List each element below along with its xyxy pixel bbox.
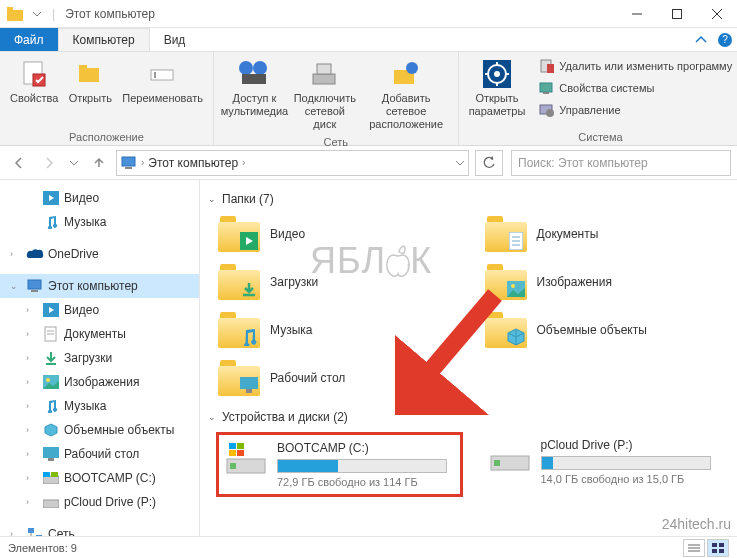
media-icon (238, 58, 270, 90)
uninstall-button[interactable]: Удалить или изменить программу (535, 56, 736, 76)
svg-rect-16 (317, 64, 331, 74)
tab-computer[interactable]: Компьютер (58, 28, 150, 51)
drive-status: 72,9 ГБ свободно из 114 ГБ (277, 476, 454, 488)
sidebar-item-pc-video[interactable]: ›Видео (0, 298, 199, 322)
folder-item[interactable]: Рабочий стол (216, 358, 463, 398)
minimize-button[interactable] (617, 0, 657, 28)
drives-section-header[interactable]: ⌄ Устройства и диски (2) (208, 410, 729, 424)
manage-label: Управление (559, 104, 620, 116)
svg-rect-32 (122, 157, 135, 166)
properties-button[interactable]: Свойства (6, 56, 62, 107)
maximize-button[interactable] (657, 0, 697, 28)
open-button[interactable]: Открыть (64, 56, 116, 107)
network-icon (26, 525, 44, 536)
folder-item[interactable]: Объемные объекты (483, 310, 730, 350)
svg-rect-49 (43, 472, 50, 477)
manage-button[interactable]: Управление (535, 100, 736, 120)
sidebar-item-pc-downloads[interactable]: ›Загрузки (0, 346, 199, 370)
folder-label: Загрузки (270, 275, 318, 289)
svg-rect-51 (43, 500, 59, 508)
properties-label: Свойства (10, 92, 58, 105)
svg-rect-68 (230, 463, 236, 469)
tab-view[interactable]: Вид (150, 28, 200, 51)
up-button[interactable] (86, 150, 112, 176)
qat-dropdown-icon[interactable] (28, 5, 46, 23)
svg-rect-36 (28, 280, 41, 289)
svg-rect-29 (543, 92, 549, 94)
svg-rect-81 (719, 549, 724, 553)
drive-usage-bar (277, 459, 447, 473)
breadcrumb-sep[interactable]: › (242, 157, 245, 168)
folder-label: Документы (537, 227, 599, 241)
add-network-button[interactable]: Добавить сетевое расположение (361, 56, 452, 134)
sidebar-item-pc-desktop[interactable]: ›Рабочий стол (0, 442, 199, 466)
breadcrumb[interactable]: Этот компьютер (148, 156, 238, 170)
address-dropdown-icon[interactable] (456, 159, 464, 167)
manage-icon (539, 102, 555, 118)
breadcrumb-sep: › (141, 157, 144, 168)
sidebar-item-pc-bootcamp[interactable]: ›BOOTCAMP (C:) (0, 466, 199, 490)
ribbon-group-network-label: Сеть (220, 134, 452, 148)
drives-header-label: Устройства и диски (2) (222, 410, 348, 424)
media-access-button[interactable]: Доступ к мультимедиа (220, 56, 289, 120)
drive-item[interactable]: pCloud Drive (P:)14,0 ГБ свободно из 15,… (483, 432, 730, 497)
sidebar-item-onedrive[interactable]: ›OneDrive (0, 242, 199, 266)
svg-rect-8 (79, 68, 99, 82)
pc-icon (26, 277, 44, 295)
onedrive-icon (26, 245, 44, 263)
ribbon-group-system: Открыть параметры Удалить или изменить п… (459, 52, 737, 145)
titlebar: | Этот компьютер (0, 0, 737, 28)
history-dropdown[interactable] (66, 150, 82, 176)
svg-rect-74 (494, 460, 500, 466)
details-view-button[interactable] (683, 539, 705, 557)
sidebar-item-network[interactable]: ›Сеть (0, 522, 199, 536)
open-label: Открыть (69, 92, 112, 105)
pc-icon (121, 155, 137, 171)
folder-item[interactable]: Документы (483, 214, 730, 254)
svg-rect-0 (7, 10, 23, 21)
help-button[interactable]: ? (713, 28, 737, 51)
folder-item[interactable]: Музыка (216, 310, 463, 350)
settings-icon (481, 58, 513, 90)
map-drive-button[interactable]: Подключить сетевой диск (291, 56, 359, 134)
search-input[interactable]: Поиск: Этот компьютер (511, 150, 731, 176)
svg-rect-65 (240, 377, 258, 389)
rename-button[interactable]: Переименовать (118, 56, 207, 107)
svg-rect-14 (242, 74, 266, 84)
folder-item[interactable]: Загрузки (216, 262, 463, 302)
open-settings-button[interactable]: Открыть параметры (465, 56, 530, 120)
sidebar-item-music[interactable]: Музыка (0, 210, 199, 234)
folder-item[interactable]: Видео (216, 214, 463, 254)
sidebar-item-video[interactable]: Видео (0, 186, 199, 210)
ribbon-tabs: Файл Компьютер Вид ? (0, 28, 737, 52)
system-properties-button[interactable]: Свойства системы (535, 78, 736, 98)
svg-rect-72 (237, 450, 244, 456)
window-title: Этот компьютер (65, 7, 155, 21)
3d-icon (42, 421, 60, 439)
drive-usage-bar (541, 456, 711, 470)
sidebar-item-pc-documents[interactable]: ›Документы (0, 322, 199, 346)
sidebar-item-pc-music[interactable]: ›Музыка (0, 394, 199, 418)
folder-item[interactable]: Изображения (483, 262, 730, 302)
sidebar-item-pc-pcloud[interactable]: ›pCloud Drive (P:) (0, 490, 199, 514)
rename-label: Переименовать (122, 92, 203, 105)
drive-item[interactable]: BOOTCAMP (C:)72,9 ГБ свободно из 114 ГБ (216, 432, 463, 497)
collapse-ribbon-button[interactable] (689, 28, 713, 51)
music-icon (42, 213, 60, 231)
sidebar-item-pc-3d[interactable]: ›Объемные объекты (0, 418, 199, 442)
back-button[interactable] (6, 150, 32, 176)
chevron-down-icon: ⌄ (208, 412, 216, 422)
sysprops-icon (539, 80, 555, 96)
sidebar-item-thispc[interactable]: ⌄Этот компьютер (0, 274, 199, 298)
svg-rect-9 (79, 65, 87, 69)
tiles-view-button[interactable] (707, 539, 729, 557)
forward-button[interactable] (36, 150, 62, 176)
tab-file[interactable]: Файл (0, 28, 58, 51)
close-button[interactable] (697, 0, 737, 28)
folders-section-header[interactable]: ⌄ Папки (7) (208, 192, 729, 206)
folder-icon (485, 312, 527, 348)
ribbon-group-system-label: Система (465, 129, 737, 143)
sidebar-item-pc-pictures[interactable]: ›Изображения (0, 370, 199, 394)
address-bar[interactable]: › Этот компьютер › (116, 150, 469, 176)
refresh-button[interactable] (475, 150, 503, 176)
